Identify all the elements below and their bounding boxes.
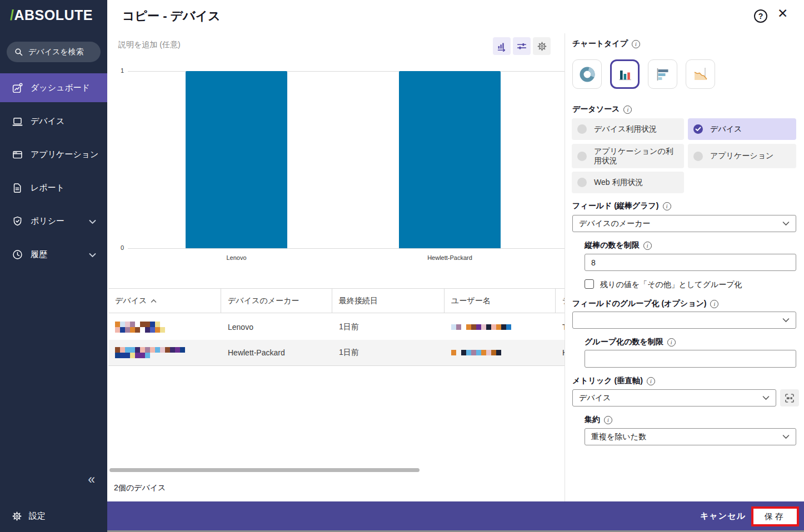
x-axis-label-lenovo: Lenovo	[186, 254, 287, 261]
history-clock-icon	[12, 249, 23, 260]
data-source-application-usage[interactable]: アプリケーションの利用状況	[572, 144, 684, 168]
redacted-device-name	[108, 347, 221, 358]
column-chart-icon	[615, 64, 635, 84]
radio-unselected-icon	[577, 152, 587, 161]
table-row[interactable]: Hewlett-Packard 1日前 H	[108, 340, 565, 366]
truncated-cell: H	[556, 348, 565, 357]
chart-type-column-button[interactable]	[610, 59, 640, 89]
metric-section-label: メトリック (垂直軸) i	[572, 376, 655, 386]
bar-limit-input[interactable]	[585, 254, 796, 271]
close-icon[interactable]: ✕	[777, 7, 788, 20]
info-icon[interactable]: i	[667, 338, 676, 347]
group-limit-label: グループ化の数を制限 i	[585, 337, 676, 347]
device-search-input[interactable]: デバイスを検索	[7, 42, 101, 62]
chevron-down-icon	[762, 395, 770, 400]
sidebar-item-applications[interactable]: アプリケーション	[0, 140, 107, 169]
column-header-last-connected[interactable]: 最終接続日	[332, 289, 445, 313]
chart-type-area-button[interactable]	[686, 59, 715, 89]
redacted-username	[445, 350, 556, 355]
chart-type-horizontal-bar-button[interactable]	[648, 59, 677, 89]
metric-fields-picker-button[interactable]	[780, 389, 799, 406]
sidebar-item-label: ポリシー	[31, 216, 64, 227]
sidebar-item-devices[interactable]: デバイス	[0, 107, 107, 135]
manufacturer-cell: Lenovo	[221, 323, 332, 332]
chart-axis-baseline	[128, 248, 565, 249]
sidebar-item-dashboard[interactable]: ダッシュボード	[0, 73, 107, 102]
sidebar-collapse-button[interactable]: «	[88, 473, 95, 486]
y-axis-tick-1: 1	[114, 67, 124, 74]
chart-type-donut-button[interactable]	[572, 59, 602, 89]
chart-bar-lenovo[interactable]	[186, 71, 287, 248]
info-icon[interactable]: i	[710, 300, 718, 308]
horizontal-bar-chart-icon	[653, 64, 673, 84]
chevron-down-icon	[89, 217, 96, 226]
truncated-cell: T	[556, 323, 565, 332]
footer-action-bar	[107, 501, 804, 530]
settings-label: 設定	[29, 511, 46, 521]
metric-select[interactable]: デバイス	[572, 389, 776, 406]
sidebar-item-settings[interactable]: 設定	[12, 507, 46, 525]
field-select[interactable]: デバイスのメーカー	[572, 215, 796, 232]
redacted-username	[445, 324, 556, 330]
radio-unselected-icon	[577, 124, 587, 134]
chart-type-section-label: チャートタイプ i	[572, 39, 640, 49]
y-axis-tick-0: 0	[114, 244, 124, 251]
sidebar-item-label: アプリケーション	[31, 149, 98, 160]
chevron-down-icon	[782, 221, 790, 226]
chart-axis-toggle-button[interactable]	[493, 37, 511, 55]
chevron-down-icon	[89, 250, 96, 259]
policy-shield-icon	[12, 215, 23, 227]
info-icon[interactable]: i	[643, 242, 652, 250]
device-icon	[12, 116, 23, 127]
description-placeholder[interactable]: 説明を追加 (任意)	[118, 40, 181, 50]
bar-chart-arrow-icon	[496, 41, 507, 52]
data-source-device-usage[interactable]: デバイス利用状況	[572, 118, 684, 140]
data-source-applications[interactable]: アプリケーション	[688, 144, 796, 168]
radio-selected-check-icon	[693, 124, 703, 134]
chevron-down-icon	[782, 434, 790, 439]
chart-bar-hewlett-packard[interactable]	[399, 71, 501, 248]
applications-icon	[12, 149, 23, 160]
sidebar-item-history[interactable]: 履歴	[0, 240, 107, 269]
column-header-manufacturer[interactable]: デバイスのメーカー	[221, 289, 332, 313]
table-row[interactable]: Lenovo 1日前 T	[108, 314, 565, 340]
info-icon[interactable]: i	[632, 40, 640, 48]
sidebar-item-label: デバイス	[31, 116, 64, 127]
chart-settings-sliders-button[interactable]	[513, 37, 531, 55]
search-icon	[14, 47, 23, 57]
help-icon[interactable]: ?	[754, 9, 767, 23]
sidebar-item-policies[interactable]: ポリシー	[0, 207, 107, 235]
aggregation-select[interactable]: 重複を除いた数	[585, 428, 796, 445]
widget-gear-button[interactable]	[533, 37, 551, 55]
device-count: 2個のデバイス	[114, 483, 166, 493]
x-axis-label-hewlett-packard: Hewlett-Packard	[399, 254, 501, 261]
sidebar-item-label: レポート	[31, 183, 64, 193]
bar	[186, 71, 287, 248]
data-source-section-label: データソース i	[572, 104, 632, 114]
info-icon[interactable]: i	[604, 416, 612, 424]
redacted-device-name	[108, 322, 221, 333]
radio-unselected-icon	[693, 152, 703, 161]
data-source-devices[interactable]: デバイス	[688, 118, 796, 140]
save-button[interactable]: 保存	[765, 511, 786, 522]
info-icon[interactable]: i	[647, 377, 655, 385]
info-icon[interactable]: i	[663, 202, 671, 210]
sort-asc-icon	[151, 299, 157, 303]
sidebar-item-reports[interactable]: レポート	[0, 173, 107, 202]
column-header-device[interactable]: デバイス	[108, 289, 221, 313]
column-header-username[interactable]: ユーザー名	[445, 289, 556, 313]
table-header-row: デバイス デバイスのメーカー 最終接続日 ユーザー名 デ	[108, 288, 565, 313]
data-source-web-usage[interactable]: Web 利用状況	[572, 172, 684, 193]
group-limit-input[interactable]	[585, 350, 796, 368]
info-icon[interactable]: i	[623, 106, 632, 114]
chevron-down-icon	[782, 318, 790, 323]
sidebar-item-label: 履歴	[31, 249, 47, 260]
cancel-button[interactable]: キャンセル	[700, 511, 746, 521]
field-picker-icon	[784, 393, 795, 404]
horizontal-scrollbar[interactable]	[109, 468, 420, 472]
group-other-checkbox[interactable]	[585, 279, 594, 289]
radio-unselected-icon	[577, 178, 587, 187]
column-header-truncated[interactable]: デ	[556, 289, 565, 313]
save-button-annotation-highlight: 保存	[751, 506, 799, 526]
group-field-select[interactable]	[572, 312, 796, 329]
